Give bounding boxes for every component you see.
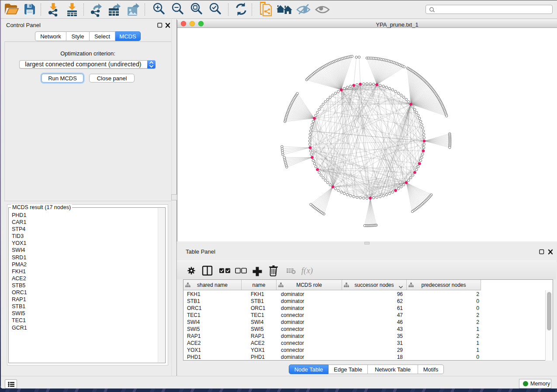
svg-text:f(x): f(x) (301, 266, 313, 275)
